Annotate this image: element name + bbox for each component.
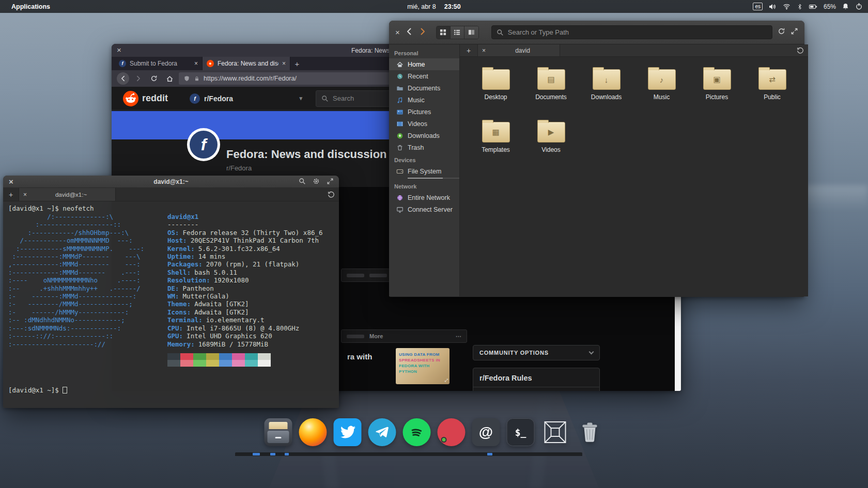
sidebar-item-downloads[interactable]: Downloads [389,130,459,141]
window-close-icon[interactable]: × [117,46,121,54]
tab-close-icon[interactable]: × [482,48,486,54]
community-icon: f [190,93,200,104]
window-close-icon[interactable]: × [9,178,13,185]
path-search-input[interactable]: Search or Type Path [491,25,772,39]
community-options-toggle[interactable]: COMMUNITY OPTIONS [473,345,600,360]
padlock-icon [194,75,200,82]
reddit-logo-icon[interactable] [123,91,138,106]
folder-item-desktop[interactable]: Desktop [471,69,521,122]
dock-spotify-icon[interactable] [403,418,431,446]
community-rules-card: r/Fedora Rules 1. Offensive behavior 2. … [473,368,600,391]
sidebar-item-pictures[interactable]: Pictures [389,106,459,118]
sidebar-item-documents[interactable]: Documents [389,82,459,94]
sidebar-item-trash[interactable]: Trash [389,141,459,153]
folder-icon [482,69,510,90]
rule-row-1[interactable]: 1. Offensive behavior [473,387,599,391]
terminal-titlebar[interactable]: × david@x1:~ [3,176,339,188]
more-button[interactable]: More [369,333,383,339]
back-button[interactable] [117,72,129,85]
terminal-tab[interactable]: × david@x1:~ [19,188,116,201]
terminal-cursor [63,387,67,393]
sidebar-item-recent[interactable]: Recent [389,70,459,82]
terminal-maximize-icon[interactable] [327,178,334,186]
forward-button[interactable] [132,72,145,85]
sidebar-item-connect-server[interactable]: Connect Server [389,203,459,215]
dock-boxes-icon[interactable] [541,418,569,446]
applications-menu[interactable]: Applications [11,3,50,10]
expand-thumbnail-icon[interactable]: ⤢ [445,378,448,383]
back-button[interactable] [405,27,413,38]
terminal-settings-gear-icon[interactable] [313,178,320,186]
sidebar-section-devices: Devices [389,153,459,165]
terminal-tabbar: + × david@x1:~ [3,188,339,201]
folder-item-videos[interactable]: ▶ Videos [526,122,576,175]
more-options-icon[interactable]: ⋯ [456,333,461,340]
folder-item-public[interactable]: ⇄ Public [748,69,797,122]
tab-close-icon[interactable]: × [282,60,286,67]
wifi-icon[interactable] [782,3,791,10]
reload-button[interactable] [148,72,160,85]
forward-button[interactable] [419,27,427,38]
community-selector[interactable]: f r/Fedora ▾ [190,93,302,104]
dock-media-app-icon[interactable] [438,418,466,446]
tracking-shield-icon [183,75,190,82]
dock-mail-icon[interactable]: @ [472,418,500,446]
terminal-history-icon[interactable] [328,188,335,201]
sidebar-item-music[interactable]: Music [389,94,459,106]
battery-icon[interactable] [809,3,818,11]
files-headerbar[interactable]: × Search or Type Path [389,21,804,44]
window-close-icon[interactable]: × [395,28,400,36]
session-power-icon[interactable] [855,3,863,10]
maximize-icon[interactable] [791,27,798,37]
folder-icon: ♪ [648,69,676,90]
sidebar-item-file-system[interactable]: File System [389,165,459,177]
browser-tab-fedora-news[interactable]: ● Fedora: News and discussion × [203,57,290,70]
terminal-command-line: [david@x1 ~]$ neofetch [8,204,94,212]
sidebar-item-entire-network[interactable]: Entire Network [389,192,459,203]
chevron-down-icon: ▾ [299,95,302,102]
sidebar-item-home[interactable]: Home [389,58,459,70]
home-button[interactable] [163,72,176,85]
tab-close-icon[interactable]: × [194,60,198,67]
terminal-output[interactable]: [david@x1 ~]$ neofetch /:-------------:\… [3,201,339,408]
new-tab-button[interactable]: + [290,57,304,70]
post-thumbnail[interactable]: USING DATA FROM SPREADSHEETS IN FEDORA W… [396,348,450,384]
terminal-prompt: [david@x1 ~]$ [8,386,67,394]
files-history-icon[interactable] [797,47,804,54]
grid-view-button[interactable] [437,26,451,39]
folder-item-music[interactable]: ♪ Music [637,69,687,122]
folder-item-pictures[interactable]: ▣ Pictures [692,69,742,122]
folder-icon: ⇄ [758,69,786,90]
keyboard-layout-indicator[interactable]: es [753,3,763,10]
files-tab[interactable]: × david [477,44,560,56]
dock-trash-icon[interactable] [576,418,604,446]
refresh-icon[interactable] [778,27,785,37]
dock-telegram-icon[interactable] [368,418,396,446]
url-text: https://www.reddit.com/r/Fedora/ [204,75,297,82]
new-terminal-tab-button[interactable]: + [3,188,19,201]
new-files-tab-button[interactable]: + [460,46,477,55]
browser-tab-submit[interactable]: f Submit to Fedora × [115,57,203,70]
folder-item-documents[interactable]: ▤ Documents [526,69,576,122]
list-view-button[interactable] [451,26,464,39]
server-screen-icon [396,206,404,213]
dock-firefox-icon[interactable] [299,418,327,446]
post-title-fragment[interactable]: ra with [347,352,372,361]
sidebar-item-videos[interactable]: Videos [389,118,459,130]
dock-terminal-icon[interactable]: $_ [507,418,535,446]
community-avatar[interactable]: f [187,128,220,161]
reddit-brand-text[interactable]: reddit [142,93,168,104]
notifications-bell-icon[interactable] [842,3,849,10]
tab-close-icon[interactable]: × [23,192,27,198]
column-view-button[interactable] [464,26,478,39]
dock-twitter-icon[interactable] [334,418,362,446]
folder-item-downloads[interactable]: ↓ Downloads [582,69,631,122]
dock-files-icon[interactable] [265,418,292,446]
panel-clock[interactable]: mié, abr 8 23:50 [407,3,461,10]
bluetooth-icon[interactable] [797,3,803,11]
volume-icon[interactable] [768,3,777,11]
folder-item-templates[interactable]: ▦ Templates [471,122,521,175]
background-window-edge[interactable] [235,452,582,456]
disk-usage-bar [408,178,459,179]
terminal-search-icon[interactable] [299,178,306,186]
